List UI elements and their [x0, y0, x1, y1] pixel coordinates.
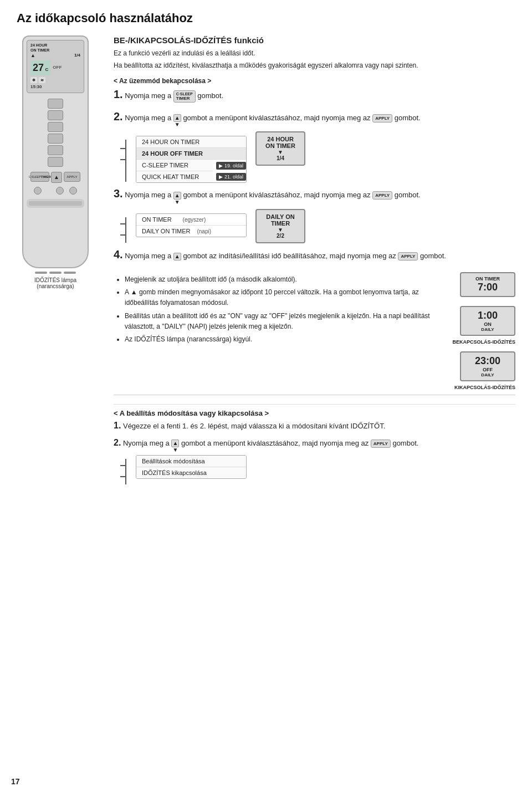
remote-body: 24 HOURON TIMER ▲ 1/4 27 C OFF ❄ ≋	[22, 35, 89, 268]
menu1-item-2: 24 HOUR OFF TIMER	[136, 148, 246, 160]
mod-step1-block: 1. Végezze el a fenti 1. és 2. lépést, m…	[114, 421, 515, 432]
dash-2	[49, 272, 62, 274]
dash-3	[64, 272, 76, 274]
menu1-row: 24 HOUR ON TIMER 24 HOUR OFF TIMER C-SLE…	[114, 131, 515, 187]
menu2-item-1-sub: (egyszer)	[183, 217, 206, 223]
side-display2-arrow: ▼	[262, 227, 299, 233]
remote-circle-2[interactable]	[56, 187, 64, 195]
side-display1-line1: 24 HOUR	[262, 136, 299, 142]
kikapcsolas-col: 23:00 OFF DAILY KIKAPCSOLÁS-IDŐZÍTÉS	[454, 349, 515, 390]
page-ref-2-text: 21. oldal	[224, 174, 243, 180]
menu1-item-3-row: C-SLEEP TIMER ▶ 19. oldal	[136, 160, 246, 171]
step3-arrow-btn[interactable]: ▲▼	[173, 192, 181, 200]
menu2-item-2-row: DAILY ON TIMER (napi)	[136, 226, 246, 237]
bullet-1: Megjelenik az utoljára beállított idő (a…	[125, 274, 443, 285]
step4-arrow-btn[interactable]: ▲	[173, 253, 181, 260]
mod-step2-text-before: Nyomja meg a	[123, 439, 170, 447]
left-column: 24 HOURON TIMER ▲ 1/4 27 C OFF ❄ ≋	[17, 35, 103, 490]
step1-block: 1. Nyomja meg a C·SLEEP TIMER gombot.	[114, 88, 515, 103]
apply-button-inline-mod2[interactable]: APPLY	[371, 440, 391, 448]
bullet-3: Beállítás után a beállított idő és az "O…	[125, 311, 443, 332]
menu2-wrapper: ON TIMER (egyszer) DAILY ON TIMER (napi)	[119, 213, 247, 244]
mod-step1-text: Végezze el a fenti 1. és 2. lépést, majd…	[123, 422, 385, 430]
mod-step2-num: 2.	[114, 438, 121, 447]
menu2-left: ON TIMER (egyszer) DAILY ON TIMER (napi)	[114, 209, 247, 248]
step3-text-before: Nyomja meg a	[125, 191, 171, 199]
page-ref-2-arrow: ▶	[219, 174, 223, 180]
apply-button-inline-4[interactable]: APPLY	[398, 252, 418, 260]
step1-num: 1.	[114, 88, 123, 100]
kikapcsolas-time: 23:00	[467, 355, 509, 367]
mod-step2-text-middle: gombot a menüpont kiválasztásához, majd …	[181, 439, 369, 447]
menu2-item-1-row: ON TIMER (egyszer)	[136, 214, 246, 226]
step2-text-after: gombot.	[395, 114, 421, 122]
btn-row-timer: C·SLEEP TIMER ▲ APPLY	[28, 172, 83, 183]
side-display2-fraction: 2/2	[262, 233, 299, 239]
timer-btn-label: TIMER	[176, 96, 190, 101]
remote-btn-2[interactable]	[48, 110, 63, 120]
page-title: Az időkapcsoló használatához	[17, 11, 515, 25]
apply-button-inline-2[interactable]: APPLY	[372, 114, 392, 122]
btn-row-2	[28, 110, 83, 120]
kikapcsolas-daily-label: DAILY	[467, 372, 509, 377]
remote-apply-btn[interactable]: APPLY	[64, 172, 80, 182]
step3-block: 3. Nyomja meg a ▲▼ gombot a menüpont kiv…	[114, 187, 515, 201]
step4-num: 4.	[114, 248, 123, 260]
remote-btn-3[interactable]	[48, 122, 63, 132]
mod-step2-arrow-btn[interactable]: ▲▼	[171, 440, 179, 447]
remote-up-btn[interactable]: ▲	[51, 172, 62, 183]
section-title: BE-/KIKAPCSOLÁS-IDŐZÍTÉS funkció	[114, 35, 515, 45]
remote-btn-6[interactable]	[48, 157, 63, 167]
remote-buttons-area: C·SLEEP TIMER ▲ APPLY	[27, 96, 84, 197]
idozites-lamp-label: IDŐZÍTÉS lámpa (narancssárga)	[17, 277, 94, 289]
bracket-1	[119, 136, 128, 183]
bullet-4: Az IDŐZÍTÉS lámpa (narancssárga) kigyúl.	[125, 334, 443, 345]
side-display1-line2: ON TIMER	[262, 142, 299, 149]
menu1-item-4-row: QUICK HEAT TIMER ▶ 21. oldal	[136, 171, 246, 182]
apply-button-inline-3[interactable]: APPLY	[372, 191, 392, 200]
menu2-list: ON TIMER (egyszer) DAILY ON TIMER (napi)	[136, 213, 247, 237]
side-display2-line1: DAILY ON	[262, 213, 299, 220]
timer-button-inline[interactable]: C·SLEEP TIMER	[173, 90, 196, 103]
menu1-list: 24 HOUR ON TIMER 24 HOUR OFF TIMER C-SLE…	[136, 136, 247, 183]
btn-row-4	[28, 134, 83, 144]
side-display-box-2: DAILY ON TIMER ▼ 2/2	[255, 209, 305, 243]
remote-btn-5[interactable]	[48, 145, 63, 155]
on-timer-panel-label: ON TIMER	[467, 276, 509, 282]
subsection1-label: < Az üzemmód bekapcsolása >	[114, 77, 515, 85]
bracket-svg-1	[119, 139, 128, 183]
remote-btn-4[interactable]	[48, 134, 63, 144]
remote-fraction: 1/4	[74, 53, 80, 58]
menu3-item-1: Beállítások módosítása	[136, 456, 246, 467]
remote-time: 15:30	[30, 84, 80, 90]
bekapcsolas-on-label: ON	[467, 321, 509, 327]
side-display1-arrow: ▼	[262, 149, 299, 155]
bracket-svg-2	[119, 216, 128, 244]
side-display-1: 24 HOUR ON TIMER ▼ 1/4	[255, 131, 305, 166]
remote-unit: C	[45, 67, 49, 72]
page-ref-2: ▶ 21. oldal	[216, 173, 246, 181]
remote-circle-3[interactable]	[69, 187, 77, 195]
menu1-left: 24 HOUR ON TIMER 24 HOUR OFF TIMER C-SLE…	[114, 131, 247, 187]
page-ref-1: ▶ 19. oldal	[216, 162, 246, 170]
bekapcsolas-panel: 1:00 ON DAILY	[460, 306, 515, 336]
bullets-displays-row: Megjelenik az utoljára beállított idő (a…	[114, 270, 515, 390]
divider-1	[114, 395, 515, 395]
remote-display: 24 HOURON TIMER ▲ 1/4 27 C OFF ❄ ≋	[27, 40, 84, 93]
remote-btn-1[interactable]	[48, 99, 63, 109]
side-display-2: DAILY ON TIMER ▼ 2/2	[255, 209, 305, 243]
bracket-3	[119, 455, 128, 486]
remote-sleep-timer-btn[interactable]: C·SLEEP TIMER	[30, 172, 49, 182]
bekapcsolas-time: 1:00	[467, 310, 509, 321]
step2-arrow-btn[interactable]: ▲▼	[173, 114, 181, 122]
kikapcsolas-off-label: OFF	[467, 367, 509, 372]
bracket-2	[119, 213, 128, 244]
step4-text-before: Nyomja meg a	[125, 252, 171, 260]
menu2-items-and-refs: ON TIMER (egyszer) DAILY ON TIMER (napi)	[136, 213, 247, 237]
step4-text-after: gombot.	[420, 252, 446, 260]
step4-text-middle: gombot az indítási/leállítási idő beállí…	[183, 252, 396, 260]
bracket-svg-3	[119, 458, 128, 486]
bekapcsolas-col: 1:00 ON DAILY BEKAPCSOLÁS-IDŐZÍTÉS	[452, 304, 515, 345]
remote-circle-1[interactable]	[34, 187, 42, 195]
mod-step2-block: 2. Nyomja meg a ▲▼ gombot a menüpont kiv…	[114, 438, 515, 449]
